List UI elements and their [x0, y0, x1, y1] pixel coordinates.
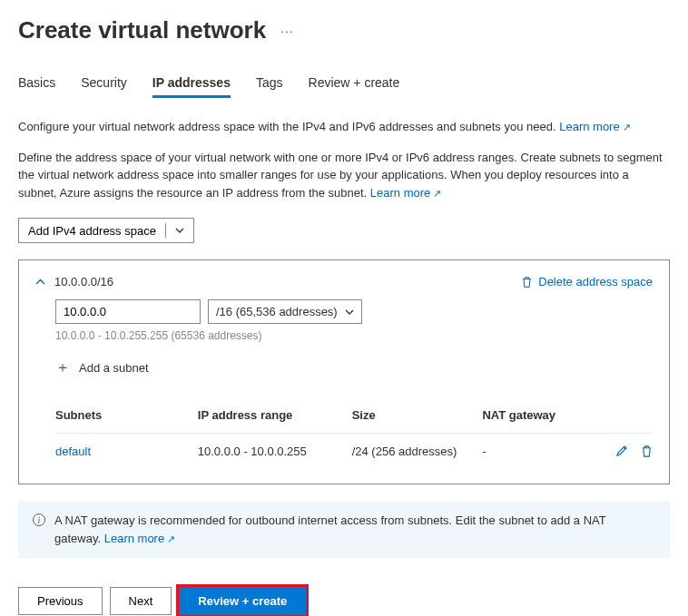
subnet-table: Subnets IP address range Size NAT gatewa…: [35, 397, 653, 469]
desc-learn-more-link[interactable]: Learn more↗: [370, 186, 441, 200]
col-ip-range: IP address range: [198, 408, 352, 422]
address-space-panel: 10.0.0.0/16 Delete address space /16 (65…: [18, 259, 670, 484]
add-subnet-label: Add a subnet: [79, 361, 149, 375]
add-address-space-label: Add IPv4 address space: [28, 224, 156, 238]
edit-subnet-button[interactable]: [615, 445, 628, 458]
ip-address-input[interactable]: [55, 299, 201, 324]
page-title: Create virtual network: [18, 16, 266, 44]
external-link-icon: ↗: [433, 188, 441, 199]
next-button[interactable]: Next: [110, 587, 172, 615]
tab-review-create[interactable]: Review + create: [309, 70, 400, 98]
collapse-toggle[interactable]: [35, 279, 45, 285]
table-row: default 10.0.0.0 - 10.0.0.255 /24 (256 a…: [55, 434, 653, 469]
trash-icon: [521, 276, 533, 288]
subnet-name-link[interactable]: default: [55, 445, 198, 458]
subnet-size: /24 (256 addresses): [352, 445, 483, 458]
info-icon: i: [33, 513, 45, 526]
subnet-range: 10.0.0.0 - 10.0.0.255: [198, 445, 352, 458]
delete-address-space-button[interactable]: Delete address space: [521, 275, 653, 288]
review-create-button[interactable]: Review + create: [179, 587, 306, 615]
tab-basics[interactable]: Basics: [18, 70, 55, 98]
tab-bar: Basics Security IP addresses Tags Review…: [18, 70, 670, 98]
split-divider: [165, 223, 166, 238]
plus-icon: ＋: [55, 358, 70, 377]
col-nat-gateway: NAT gateway: [482, 408, 589, 422]
nat-info-banner: i A NAT gateway is recommended for outbo…: [18, 501, 670, 558]
delete-address-space-label: Delete address space: [538, 275, 653, 288]
footer-buttons: Previous Next Review + create: [0, 574, 688, 616]
tab-tags[interactable]: Tags: [256, 70, 283, 98]
info-learn-more-link[interactable]: Learn more↗: [104, 532, 175, 545]
add-address-space-button[interactable]: Add IPv4 address space: [18, 218, 194, 243]
more-menu-button[interactable]: ···: [280, 24, 294, 38]
chevron-down-icon: [345, 309, 354, 315]
subnet-mask-select[interactable]: /16 (65,536 addresses): [208, 299, 362, 324]
external-link-icon: ↗: [623, 122, 631, 132]
col-size: Size: [352, 408, 483, 422]
col-subnets: Subnets: [55, 408, 198, 422]
add-subnet-button[interactable]: ＋ Add a subnet: [35, 358, 653, 377]
delete-subnet-button[interactable]: [641, 445, 653, 458]
description-text: Define the address space of your virtual…: [18, 149, 670, 202]
previous-button[interactable]: Previous: [18, 587, 103, 615]
external-link-icon: ↗: [167, 533, 175, 544]
intro-text: Configure your virtual network address s…: [18, 118, 670, 136]
chevron-down-icon[interactable]: [175, 228, 184, 233]
address-space-cidr: 10.0.0.0/16: [54, 275, 113, 288]
subnet-nat: -: [482, 445, 589, 458]
tab-security[interactable]: Security: [81, 70, 127, 98]
intro-learn-more-link[interactable]: Learn more↗: [559, 120, 630, 133]
address-range-hint: 10.0.0.0 - 10.0.255.255 (65536 addresses…: [35, 329, 653, 342]
subnet-mask-value: /16 (65,536 addresses): [216, 305, 338, 318]
tab-ip-addresses[interactable]: IP addresses: [152, 70, 231, 98]
